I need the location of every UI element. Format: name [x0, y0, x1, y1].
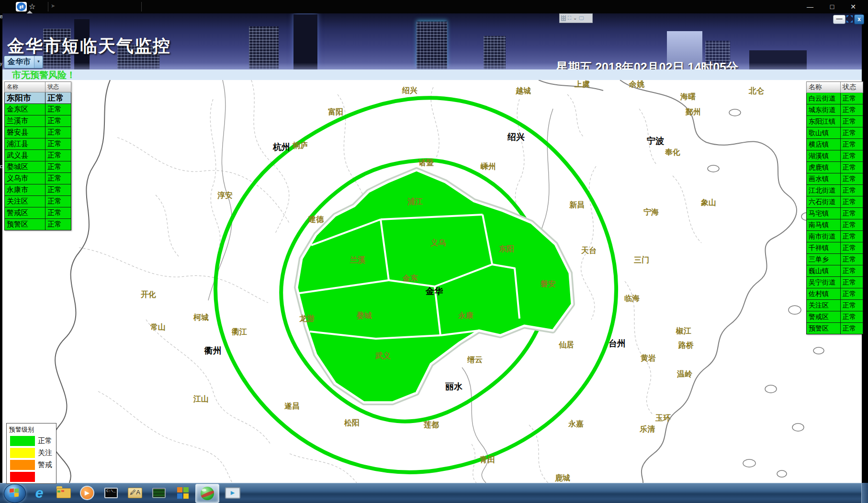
map-label: 嵊州 — [480, 162, 496, 171]
legend-swatch — [10, 460, 35, 470]
map-label: 磐安 — [540, 279, 556, 288]
legend-item — [7, 471, 56, 483]
start-button[interactable] — [4, 484, 26, 503]
table-row[interactable]: 婺城区正常 — [5, 161, 71, 173]
table-row[interactable]: 磐安县正常 — [5, 127, 71, 138]
table-row[interactable]: 佐村镇正常 — [807, 288, 863, 300]
table-row[interactable]: 南马镇正常 — [807, 219, 863, 231]
weather-map[interactable]: 绍兴越城上虞余姚海曙鄞州北仑奉化富阳桐庐诸暨嵊州新昌宁海象山天台三门临海淳安建德… — [2, 80, 862, 483]
map-label: 永康 — [458, 311, 473, 320]
map-label: 建德 — [308, 215, 324, 223]
map-label: 婺城 — [356, 311, 372, 320]
table-row[interactable]: 关注区正常 — [5, 196, 71, 207]
folder-icon — [56, 488, 70, 498]
teamviewer-logo-icon[interactable]: ⇄ — [16, 2, 27, 11]
table-row[interactable]: 预警区正常 — [807, 323, 863, 334]
color-squares-icon — [177, 487, 189, 499]
table-row[interactable]: 吴宁街道正常 — [807, 277, 863, 288]
table-row[interactable]: 关注区正常 — [807, 300, 863, 311]
table-row[interactable]: 马宅镇正常 — [807, 208, 863, 219]
taskbar-file-explorer[interactable] — [52, 484, 75, 502]
table-row[interactable]: 浦江县正常 — [5, 138, 71, 150]
table-row[interactable]: 湖溪镇正常 — [807, 150, 863, 162]
map-label: 衢江 — [231, 328, 247, 336]
column-header[interactable]: 名称 — [5, 82, 45, 92]
session-maximize-button[interactable]: □ — [823, 0, 842, 13]
legend-item: 关注 — [7, 447, 56, 459]
table-row[interactable]: 警戒区正常 — [807, 311, 863, 323]
map-label: 新昌 — [569, 201, 585, 209]
table-row[interactable]: 三单乡正常 — [807, 254, 863, 265]
taskbar-media-player[interactable]: ▶ — [76, 484, 99, 502]
column-header[interactable]: 状态 — [841, 82, 863, 93]
taskbar-internet-explorer[interactable]: e — [28, 484, 51, 502]
column-header[interactable]: 状态 — [45, 82, 71, 92]
table-row[interactable]: 武义县正常 — [5, 150, 71, 161]
divider — [48, 2, 48, 11]
app-resize-arrows-button[interactable] — [846, 15, 853, 23]
map-label: 松阳 — [344, 419, 360, 427]
collapsed-arrow-icon[interactable]: ➤ — [51, 3, 55, 9]
table-row[interactable]: 东阳市正常 — [5, 92, 71, 104]
table-row[interactable]: 画水镇正常 — [807, 173, 863, 185]
legend-label: 警戒 — [38, 460, 52, 469]
taskbar-media-center[interactable]: ▶ — [221, 484, 244, 502]
app-header-banner: 金华市短临天气监控 星期五 2018年02月02日 14时05分 — [2, 13, 862, 69]
table-row[interactable]: 南市街道正常 — [807, 231, 863, 242]
chevron-down-icon[interactable]: ⌄ — [573, 14, 577, 23]
alert-strip — [2, 69, 862, 80]
table-row[interactable]: 横店镇正常 — [807, 139, 863, 150]
table-row[interactable]: 江北街道正常 — [807, 185, 863, 196]
map-label: 金华 — [425, 286, 443, 296]
map-label: 仙居 — [558, 341, 574, 349]
play-circle-icon: ▶ — [80, 486, 94, 500]
table-row[interactable]: 义乌市正常 — [5, 173, 71, 184]
map-label: 温岭 — [676, 370, 693, 378]
taskbar-weather-globe-app[interactable] — [195, 484, 219, 503]
map-label: 宁波 — [647, 136, 665, 146]
desktop: ⇄ ☆ ➤ — □ ✕ B: y Di 金华市短临天气监控 星期五 2018年0… — [0, 0, 868, 503]
table-row[interactable]: 兰溪市正常 — [5, 115, 71, 127]
table-row[interactable]: 千祥镇正常 — [807, 242, 863, 254]
chevron-down-icon[interactable]: ▼ — [34, 56, 43, 68]
table-row[interactable]: 东阳江镇正常 — [807, 116, 863, 127]
map-label: 乐清 — [639, 425, 655, 433]
green-globe-icon — [201, 487, 214, 500]
table-row[interactable]: 虎鹿镇正常 — [807, 162, 863, 173]
table-row[interactable]: 永康市正常 — [5, 184, 71, 196]
table-row[interactable]: 预警区正常 — [5, 219, 71, 230]
taskbar-design-tool[interactable]: 🖉A — [124, 484, 147, 502]
map-label: 杭州 — [272, 142, 290, 152]
monitor-icon[interactable]: 🖵 — [579, 14, 584, 23]
app-minimize-button[interactable]: — — [833, 15, 845, 24]
app-close-button[interactable]: x — [854, 14, 864, 24]
table-row[interactable]: 警戒区正常 — [5, 207, 71, 219]
column-header[interactable]: 名称 — [807, 82, 841, 93]
remote-session-titlebar: ⇄ ☆ ➤ — □ ✕ — [0, 0, 868, 13]
internet-explorer-icon: e — [35, 485, 44, 501]
table-row[interactable]: 金东区正常 — [5, 104, 71, 115]
show-desktop-button[interactable] — [861, 483, 868, 503]
table-row[interactable]: 城东街道正常 — [807, 104, 863, 116]
remote-toolbar[interactable]: ⛶ ⌄ 🖵 — [559, 13, 593, 23]
map-label: 莲都 — [423, 421, 439, 429]
expand-icon[interactable]: ⛶ — [568, 14, 571, 23]
taskbar-paint-app[interactable] — [171, 484, 194, 502]
taskbar-system-monitor[interactable] — [147, 484, 170, 502]
legend-item: 正常 — [7, 435, 56, 447]
table-row[interactable]: 六石街道正常 — [807, 196, 863, 208]
taskbar-command-prompt[interactable]: C:\_ — [100, 484, 123, 502]
map-label: 东阳 — [498, 244, 514, 253]
city-selector-dropdown[interactable]: 金华市 ▼ — [4, 56, 43, 69]
table-row[interactable]: 巍山镇正常 — [807, 265, 863, 277]
map-label: 天台 — [581, 246, 597, 254]
map-label: 青田 — [479, 456, 495, 464]
map-label: 台州 — [609, 339, 626, 348]
session-close-button[interactable]: ✕ — [844, 0, 863, 13]
map-label: 宁海 — [643, 207, 659, 216]
table-row[interactable]: 歌山镇正常 — [807, 127, 863, 139]
table-row[interactable]: 白云街道正常 — [807, 93, 863, 104]
session-minimize-button[interactable]: — — [800, 0, 820, 13]
grid-handle-icon[interactable] — [561, 15, 566, 21]
map-label: 路桥 — [678, 341, 694, 349]
